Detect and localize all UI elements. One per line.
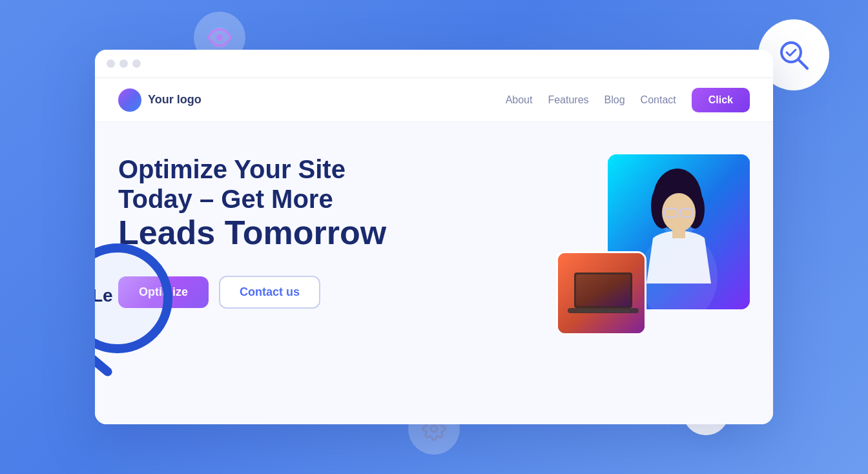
hero-image-small [556,251,646,335]
svg-rect-17 [576,274,630,306]
nav-link-contact[interactable]: Contact [641,94,676,106]
search-check-icon [777,38,811,72]
contact-us-button[interactable]: Contact us [219,276,320,309]
magnifier-glass: Le [95,243,172,353]
hero-title-line1: Optimize Your Site [118,155,346,183]
browser-window: Your logo About Features Blog Contact Cl… [95,50,773,424]
svg-text:Le: Le [95,285,113,305]
browser-dot-1 [107,59,115,68]
nav-link-blog[interactable]: Blog [604,94,625,106]
nav-links: About Features Blog Contact Click [506,88,750,112]
navbar: Your logo About Features Blog Contact Cl… [95,78,773,122]
nav-cta-button[interactable]: Click [692,88,750,112]
magnifier-overlay: Le [95,243,198,386]
nav-link-about[interactable]: About [506,94,533,106]
browser-dot-2 [119,59,128,68]
logo-area: Your logo [118,88,202,112]
hero-section: Optimize Your Site Today – Get More Lead… [95,122,773,424]
nav-link-features[interactable]: Features [548,94,588,106]
eye-icon [207,25,232,50]
logo-circle [118,88,141,112]
browser-titlebar [95,50,773,78]
hero-title-line2: Today – Get More [118,185,333,213]
magnifier-content: Le [95,266,150,331]
hero-right [543,154,750,348]
logo-text: Your logo [148,93,202,107]
hero-image-laptop [558,253,646,335]
svg-rect-19 [577,310,629,312]
browser-dots [107,59,141,68]
hero-title: Optimize Your Site Today – Get More Lead… [118,154,441,252]
browser-content: Your logo About Features Blog Contact Cl… [95,78,773,424]
svg-rect-13 [672,229,685,238]
svg-point-1 [216,34,223,41]
browser-dot-3 [132,59,141,68]
